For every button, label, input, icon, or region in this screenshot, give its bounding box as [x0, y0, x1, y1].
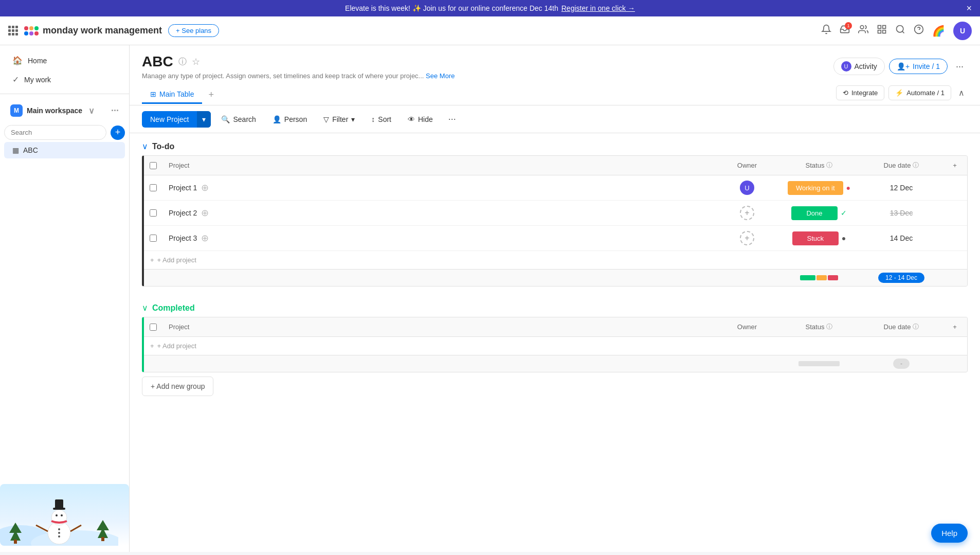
filter-button[interactable]: ▽ Filter ▾	[317, 112, 361, 127]
home-label: Home	[28, 57, 47, 65]
star-icon[interactable]: ☆	[192, 56, 200, 67]
completed-due-info[interactable]: ⓘ	[913, 323, 919, 331]
row3-status-badge[interactable]: Stuck	[792, 231, 839, 245]
tab-main-table[interactable]: ⊞ Main Table	[142, 86, 202, 104]
row2-due: 13 Dec	[860, 204, 942, 222]
row1-avatar[interactable]: U	[740, 181, 754, 195]
new-project-button[interactable]: New Project ▾	[142, 111, 211, 128]
help-button[interactable]: Help	[931, 524, 968, 543]
person-icon: 👤	[273, 115, 281, 123]
new-project-dropdown-icon[interactable]: ▾	[197, 111, 211, 128]
help-header-icon[interactable]	[914, 24, 924, 37]
add-new-group-button[interactable]: + Add new group	[142, 377, 213, 396]
row3-check[interactable]	[144, 235, 162, 242]
completed-select-all[interactable]	[150, 324, 157, 331]
row2-status-icon: ✓	[841, 209, 847, 217]
row1-status-icon: ●	[846, 184, 850, 192]
select-all-checkbox[interactable]	[150, 162, 157, 169]
bell-icon[interactable]	[821, 24, 831, 37]
content-area: ABC ⓘ ☆ Manage any type of project. Assi…	[130, 45, 980, 552]
workspace-item[interactable]: M Main workspace ∨ ···	[4, 100, 125, 121]
svg-rect-2	[883, 26, 886, 29]
invite-people-icon: 👤+	[897, 62, 910, 70]
row2-avatar[interactable]: +	[740, 206, 754, 220]
see-plans-button[interactable]: + See plans	[168, 24, 219, 37]
sidebar-add-button[interactable]: +	[111, 126, 125, 140]
banner-link[interactable]: Register in one click →	[561, 4, 635, 12]
row1-check[interactable]	[144, 184, 162, 191]
filter-icon: ▽	[323, 115, 329, 123]
row3-add-person-icon[interactable]: ⊕	[201, 232, 209, 244]
completed-add-project-row[interactable]: + + Add project	[144, 337, 967, 355]
hide-button[interactable]: 👁 Hide	[402, 112, 439, 127]
collapse-button[interactable]: ∧	[955, 85, 968, 101]
sidebar-item-my-work[interactable]: ✓ My work	[4, 70, 125, 88]
workspace-chevron: ∨	[88, 106, 95, 116]
sidebar-search-input[interactable]	[4, 125, 106, 140]
completed-status-info[interactable]: ⓘ	[826, 323, 832, 331]
search-button[interactable]: 🔍 Search	[215, 112, 262, 127]
summary-bar-green	[800, 275, 815, 280]
person-button[interactable]: 👤 Person	[266, 112, 313, 127]
todo-group-header[interactable]: ∨ To-do	[142, 133, 968, 155]
completed-table-header: Project Owner Status ⓘ Due date ⓘ +	[144, 317, 967, 337]
integrate-button[interactable]: ⟲ Integrate	[836, 85, 884, 100]
row3-status-icon: ●	[842, 234, 846, 242]
todo-chevron-icon[interactable]: ∨	[142, 141, 148, 151]
add-col-header[interactable]: +	[942, 162, 967, 169]
sidebar-search-row: +	[0, 123, 129, 142]
sidebar-board-abc[interactable]: ▦ ABC	[4, 142, 125, 158]
invite-label: Invite / 1	[913, 62, 940, 70]
activity-button[interactable]: U Activity	[833, 58, 885, 75]
completed-status-col: Status ⓘ	[778, 317, 860, 336]
row1-status: Working on it ●	[778, 177, 860, 199]
toolbar-more-button[interactable]: ···	[443, 111, 461, 128]
completed-chevron-icon[interactable]: ∨	[142, 303, 148, 313]
row3-avatar[interactable]: +	[740, 231, 754, 245]
todo-add-project-row[interactable]: + + Add project	[144, 251, 967, 269]
header-right: 1 🌈 U	[821, 22, 972, 40]
see-more-link[interactable]: See More	[426, 72, 455, 80]
apps-icon[interactable]	[877, 24, 887, 37]
project-more-button[interactable]: ···	[952, 58, 968, 75]
row2-status-badge[interactable]: Done	[791, 206, 838, 220]
banner-close[interactable]: ×	[966, 3, 972, 14]
row2-add-person-icon[interactable]: ⊕	[201, 207, 209, 219]
todo-summary-row: 12 - 14 Dec	[144, 269, 967, 286]
sort-button[interactable]: ↕ Sort	[365, 112, 397, 127]
add-tab-button[interactable]: +	[202, 85, 220, 104]
svg-rect-4	[878, 30, 881, 33]
rainbow-icon[interactable]: 🌈	[932, 25, 945, 37]
person-label: Person	[284, 115, 307, 123]
banner-text: Elevate is this week! ✨ Join us for our …	[345, 4, 558, 12]
svg-point-22	[61, 514, 63, 516]
completed-group-title: Completed	[152, 303, 195, 313]
row1-project-name: Project 1	[169, 184, 197, 192]
due-col-header: Due date ⓘ	[860, 156, 942, 175]
home-icon: 🏠	[12, 56, 23, 65]
status-col-header: Status ⓘ	[778, 156, 860, 175]
row1-add-person-icon[interactable]: ⊕	[201, 182, 209, 193]
sidebar-item-home[interactable]: 🏠 Home	[4, 51, 125, 69]
row1-status-badge[interactable]: Working on it	[788, 181, 843, 195]
user-avatar[interactable]: U	[953, 22, 972, 40]
row3-due-date: 14 Dec	[890, 234, 913, 242]
completed-group-header[interactable]: ∨ Completed	[142, 295, 968, 317]
automate-button[interactable]: ⚡ Automate / 1	[888, 85, 951, 100]
svg-line-6	[902, 31, 904, 33]
row2-check[interactable]	[144, 209, 162, 217]
info-icon[interactable]: ⓘ	[178, 57, 187, 67]
people-icon[interactable]	[858, 24, 868, 37]
apps-grid-icon[interactable]	[8, 26, 18, 35]
row2-owner: +	[716, 201, 778, 225]
search-icon[interactable]	[895, 24, 905, 37]
invite-button[interactable]: 👤+ Invite / 1	[889, 59, 948, 74]
inbox-icon[interactable]: 1	[840, 24, 850, 37]
status-info-icon[interactable]: ⓘ	[826, 161, 832, 170]
svg-point-0	[860, 26, 864, 29]
svg-point-23	[58, 528, 60, 530]
sidebar: 🏠 Home ✓ My work M Main workspace ∨ ··· …	[0, 45, 130, 552]
completed-add-col[interactable]: +	[942, 323, 967, 331]
workspace-more-icon[interactable]: ···	[111, 105, 119, 116]
due-info-icon[interactable]: ⓘ	[913, 161, 919, 170]
